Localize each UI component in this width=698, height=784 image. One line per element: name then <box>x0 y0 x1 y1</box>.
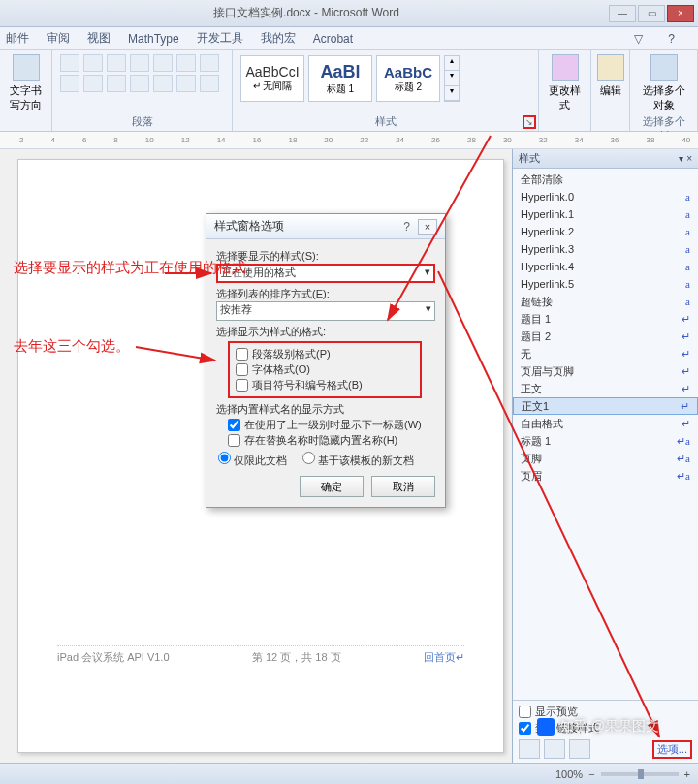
annotation-2: 去年这三个勾选。 <box>14 335 130 356</box>
footer-link[interactable]: 回首页↵ <box>424 651 464 663</box>
edit-button[interactable]: 编辑 <box>597 54 624 98</box>
chk-show-next-heading[interactable]: 在使用了上一级别时显示下一标题(W) <box>228 418 435 432</box>
style-list-item[interactable]: 题目 2↵ <box>513 328 698 345</box>
manage-styles-button[interactable] <box>569 739 590 759</box>
change-styles-icon <box>552 54 579 81</box>
chk-paragraph-level[interactable]: 段落级别格式(P) <box>236 347 414 361</box>
style-list-item[interactable]: Hyperlink.2a <box>513 223 698 240</box>
styles-pane: 样式 ▾ × 全部清除Hyperlink.0aHyperlink.1aHyper… <box>512 149 698 763</box>
style-list-item[interactable]: 正文1↵ <box>513 397 698 415</box>
status-bar: 100% − + <box>0 763 698 784</box>
tab-mymacro[interactable]: 我的宏 <box>261 30 296 47</box>
bullets-button[interactable] <box>60 54 79 72</box>
style-list-item[interactable]: Hyperlink.0a <box>513 188 698 205</box>
page-footer: iPad 会议系统 API V1.0 第 12 页，共 18 页 回首页↵ <box>57 645 464 665</box>
select-styles-to-show[interactable]: 正在使用的格式▾ <box>216 264 435 283</box>
numbering-button[interactable] <box>83 54 103 72</box>
style-list-item[interactable]: 页脚↵a <box>513 450 698 467</box>
tab-mathtype[interactable]: MathType <box>128 32 179 46</box>
align-left-button[interactable] <box>60 75 79 92</box>
group-paragraph: 段落 <box>52 50 233 131</box>
style-item-heading1[interactable]: AaBl 标题 1 <box>308 55 372 102</box>
text-direction-button[interactable]: 文字书写方向 <box>8 54 44 112</box>
minimize-button[interactable]: — <box>609 5 636 22</box>
styles-list[interactable]: 全部清除Hyperlink.0aHyperlink.1aHyperlink.2a… <box>513 169 698 700</box>
styles-options-link[interactable]: 选项... <box>652 740 692 759</box>
lbl-asstyle: 选择显示为样式的格式: <box>216 325 435 339</box>
style-list-item[interactable]: Hyperlink.3a <box>513 240 698 258</box>
format-checkboxes: 段落级别格式(P) 字体格式(O) 项目符号和编号格式(B) <box>228 341 422 398</box>
style-inspector-button[interactable] <box>544 739 565 759</box>
style-list-item[interactable]: Hyperlink.5a <box>513 275 698 293</box>
style-list-item[interactable]: 全部清除 <box>513 171 698 188</box>
dialog-help-icon[interactable]: ? <box>403 220 410 234</box>
maximize-button[interactable]: ▭ <box>638 5 665 22</box>
select-sort-method[interactable]: 按推荐▾ <box>216 301 435 321</box>
lbl-show: 选择要显示的样式(S): <box>216 249 435 264</box>
style-list-item[interactable]: Hyperlink.4a <box>513 258 698 275</box>
ribbon: 文字书写方向 段落 <box>0 50 698 132</box>
show-preview-checkbox[interactable]: 显示预览 <box>519 705 692 719</box>
style-list-item[interactable]: 无↵ <box>513 345 698 362</box>
group-changestyles: 更改样式 <box>539 50 591 131</box>
radio-this-doc[interactable]: 仅限此文档 <box>218 452 287 468</box>
chk-hide-builtin[interactable]: 存在替换名称时隐藏内置名称(H) <box>228 433 435 448</box>
shading-button[interactable] <box>176 75 196 92</box>
zoom-level[interactable]: 100% <box>555 768 583 780</box>
styles-dialog-launcher[interactable]: ↘ <box>523 115 536 129</box>
help-icon[interactable]: ? <box>668 32 675 46</box>
style-item-nospacing[interactable]: AaBbCcI ↵ 无间隔 <box>240 55 304 102</box>
cancel-button[interactable]: 取消 <box>371 476 435 497</box>
style-list-item[interactable]: 页眉↵a <box>513 467 698 485</box>
sort-button[interactable] <box>176 54 196 72</box>
zoom-slider[interactable] <box>601 772 679 776</box>
tab-view[interactable]: 视图 <box>87 30 111 47</box>
zhihu-logo-icon <box>537 718 555 736</box>
new-style-button[interactable] <box>519 739 540 759</box>
change-styles-button[interactable]: 更改样式 <box>547 54 583 112</box>
showmarks-button[interactable] <box>200 54 219 72</box>
ribbon-tabs: 邮件 审阅 视图 MathType 开发工具 我的宏 Acrobat ▽ ? <box>0 27 698 50</box>
align-right-button[interactable] <box>107 75 126 92</box>
ribbon-expand-icon[interactable]: ▽ <box>634 32 643 46</box>
select-objects-button[interactable]: 选择多个对象 <box>638 54 689 112</box>
styles-pane-close[interactable]: ▾ × <box>679 153 692 164</box>
ruler[interactable]: 24681012141618202224262830323436384042 <box>0 132 698 149</box>
tab-review[interactable]: 审阅 <box>47 30 70 47</box>
dialog-close-button[interactable]: × <box>418 219 437 235</box>
ok-button[interactable]: 确定 <box>300 476 364 497</box>
tab-acrobat[interactable]: Acrobat <box>313 32 353 46</box>
radio-template[interactable]: 基于该模板的新文档 <box>302 452 414 468</box>
close-button[interactable]: × <box>667 5 694 22</box>
window-title: 接口文档实例.docx - Microsoft Word <box>4 5 609 21</box>
watermark: 知乎 @果果图文 <box>537 718 659 736</box>
dialog-titlebar[interactable]: 样式窗格选项 ? × <box>206 214 445 239</box>
chk-font-format[interactable]: 字体格式(O) <box>236 362 414 377</box>
indent-inc-button[interactable] <box>153 54 173 72</box>
borders-button[interactable] <box>200 75 219 92</box>
tab-mail[interactable]: 邮件 <box>6 30 29 47</box>
style-list-item[interactable]: 超链接a <box>513 293 698 310</box>
align-center-button[interactable] <box>83 75 103 92</box>
multilevel-button[interactable] <box>107 54 126 72</box>
tab-developer[interactable]: 开发工具 <box>197 30 243 47</box>
style-list-item[interactable]: 页眉与页脚↵ <box>513 362 698 380</box>
align-justify-button[interactable] <box>130 75 149 92</box>
style-gallery-more[interactable]: ▴▾▾ <box>444 55 460 102</box>
footer-center: 第 12 页，共 18 页 <box>170 650 424 665</box>
group-styles: AaBbCcI ↵ 无间隔 AaBl 标题 1 AaBbC 标题 2 ▴▾▾ 样… <box>233 50 539 131</box>
zoom-out-button[interactable]: − <box>588 768 594 780</box>
text-direction-icon <box>13 54 40 81</box>
style-list-item[interactable]: 自由格式↵ <box>513 415 698 432</box>
style-list-item[interactable]: 正文↵ <box>513 380 698 397</box>
zoom-in-button[interactable]: + <box>684 768 690 780</box>
annotation-1: 选择要显示的样式为正在使用的格式 <box>14 257 246 277</box>
linespacing-button[interactable] <box>153 75 173 92</box>
style-list-item[interactable]: 题目 1↵ <box>513 310 698 328</box>
styles-pane-header: 样式 ▾ × <box>513 149 698 169</box>
style-list-item[interactable]: Hyperlink.1a <box>513 205 698 223</box>
chk-bullet-number[interactable]: 项目符号和编号格式(B) <box>236 378 414 392</box>
indent-dec-button[interactable] <box>130 54 149 72</box>
style-list-item[interactable]: 标题 1↵a <box>513 432 698 450</box>
style-item-heading2[interactable]: AaBbC 标题 2 <box>376 55 440 102</box>
